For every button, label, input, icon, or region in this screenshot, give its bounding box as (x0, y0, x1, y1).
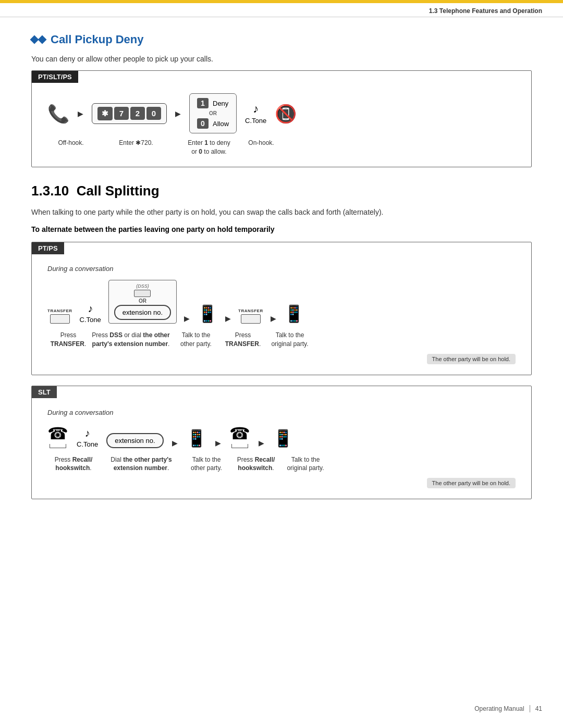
section-1310-desc: When talking to one party while the othe… (31, 206, 532, 218)
slt-ctone-group: ♪ C.Tone (77, 427, 98, 448)
transfer-rect-2 (241, 314, 261, 324)
ctone-music-icon: ♪ (253, 102, 259, 116)
ptps-label-talk-other: Talk to theother party. (173, 331, 219, 349)
diamond-icons (31, 36, 45, 43)
deny-allow-box: 1 Deny OR 0 Allow (189, 93, 237, 133)
footer-page: 41 (535, 705, 542, 712)
slt-label-talk-other: Talk to theother party. (183, 455, 230, 473)
flow-arrow-slt-3 (259, 437, 264, 448)
pickup-flow-row: 📞 ✱ 7 2 0 1 D (47, 93, 516, 133)
page-content: Call Pickup Deny You can deny or allow o… (0, 17, 563, 546)
ptslps-box-header: PT/SLT/PS (32, 71, 78, 83)
flow-arrow-ptps-1 (184, 313, 190, 324)
label-enter: Enter ✱720. (105, 139, 167, 147)
or-label: OR (197, 110, 229, 116)
pickup-deny-title: Call Pickup Deny (51, 33, 144, 46)
dss-or-label: OR (139, 298, 146, 304)
key-star: ✱ (97, 107, 113, 120)
header-title: 1.3 Telephone Features and Operation (429, 7, 542, 15)
slt-box-header: SLT (32, 386, 57, 398)
offhook-phone-group: 📞 (47, 103, 69, 124)
deny-row: 1 Deny (197, 98, 229, 108)
slt-label-press-recall2: Press Recall/hookswitch. (230, 455, 282, 473)
slt-note-box: The other party will be on hold. (427, 478, 516, 488)
ptps-diagram-box: PT/PS During a conversation TRANSFER ♪ C… (31, 242, 532, 375)
subsection-heading: To alternate between the parties leaving… (31, 225, 532, 233)
deny-num: 1 (197, 98, 209, 108)
slt-ctone-label: C.Tone (77, 440, 98, 448)
transfer-label-1: TRANSFER (47, 309, 72, 313)
slt-base-1 (50, 444, 66, 448)
dss-label: (DSS) (136, 283, 149, 289)
flow-arrow-slt-1 (172, 437, 178, 448)
slt-recall-phone-2: ☎ (229, 424, 250, 448)
ctone-label: C.Tone (245, 117, 266, 125)
diamond-icon-2 (38, 35, 47, 44)
deny-label: Deny (213, 100, 228, 107)
label-onhook: On-hook. (240, 139, 282, 147)
transfer-label-2: TRANSFER (238, 309, 263, 313)
section-1310: 1.3.10 Call Splitting When talking to on… (31, 183, 532, 500)
slt-diagram-box: SLT During a conversation ☎ ♪ C.Tone (31, 386, 532, 500)
ext-no-box-ptps: extension no. (114, 305, 171, 320)
page-footer: Operating Manual 41 (474, 705, 542, 712)
offhook-phone-icon: 📞 (47, 103, 69, 124)
slt-diagram-body: During a conversation ☎ ♪ C.Tone extensi… (32, 398, 531, 499)
slt-ctone-icon: ♪ (85, 427, 90, 439)
deny-allow-group: 1 Deny OR 0 Allow (189, 93, 237, 133)
slt-talk-original-icon: 📱 (273, 428, 293, 448)
key-0: 0 (146, 107, 161, 120)
slt-label-talk-original: Talk to theoriginal party. (282, 455, 329, 473)
ptps-note-row: The other party will be on hold. (47, 352, 516, 364)
section-1310-title: 1.3.10 Call Splitting (31, 183, 532, 199)
ptps-during-conv: During a conversation (47, 265, 516, 273)
onhook-phone-group: 📵 (275, 103, 297, 124)
ptps-label-press-dss: Press DSS or dial the otherparty's exten… (89, 331, 173, 349)
section-pickup-deny-header: Call Pickup Deny (31, 33, 532, 46)
ptps-ctone-group: ♪ C.Tone (80, 303, 101, 324)
slt-label-press-recall: Press Recall/hookswitch. (47, 455, 100, 473)
page-header: 1.3 Telephone Features and Operation (0, 3, 563, 17)
ptps-diagram-body: During a conversation TRANSFER ♪ C.Tone (32, 254, 531, 375)
slt-label-dial-other: Dial the other party'sextension number. (100, 455, 183, 473)
allow-num: 0 (197, 118, 209, 129)
slt-note-row: The other party will be on hold. (47, 476, 516, 488)
flow-arrow-ptps-3 (271, 313, 276, 324)
slt-recall-phone-1: ☎ (47, 424, 68, 448)
key-7: 7 (114, 107, 129, 120)
flow-arrow-1 (78, 108, 83, 119)
allow-row: 0 Allow (197, 118, 229, 129)
footer-divider (530, 705, 530, 712)
ptps-ctone-label: C.Tone (80, 316, 101, 324)
slt-phone-icon-1: ☎ (47, 424, 68, 443)
talk-phone-icon-1: 📱 (197, 304, 218, 324)
slt-labels-row: Press Recall/hookswitch. Dial the other … (47, 455, 516, 473)
dss-rect (134, 290, 151, 297)
flow-arrow-2 (175, 108, 181, 119)
label-offhook: Off-hook. (47, 139, 94, 147)
transfer-btn-1: TRANSFER (47, 309, 72, 324)
flow-arrow-slt-2 (215, 437, 221, 448)
talk-original-phone: 📱 (284, 304, 304, 324)
slt-during-conv: During a conversation (47, 409, 516, 416)
ptps-label-press-transfer: PressTRANSFER. (47, 331, 89, 349)
talk-other-phone-1: 📱 (197, 304, 218, 324)
ext-no-box-slt: extension no. (106, 433, 163, 448)
slt-phone-icon-2: ☎ (229, 424, 250, 443)
slt-base-2 (231, 444, 248, 448)
ptps-flow-row: TRANSFER ♪ C.Tone (DSS) OR extension no. (47, 280, 516, 324)
ptps-note-box: The other party will be on hold. (427, 354, 516, 364)
ptps-box-header: PT/PS (32, 242, 64, 254)
ptps-label-talk-original: Talk to theoriginal party. (266, 331, 313, 349)
talk-original-phone-icon: 📱 (284, 304, 304, 324)
flow-arrow-ptps-2 (225, 313, 231, 324)
dss-ext-group: (DSS) OR extension no. (108, 280, 177, 324)
ptps-label-press-transfer2: PressTRANSFER. (219, 331, 266, 349)
key-sequence-box: ✱ 7 2 0 (92, 103, 167, 124)
ptps-labels-row: PressTRANSFER. Press DSS or dial the oth… (47, 331, 516, 349)
slt-talk-other-phone: 📱 (186, 428, 207, 448)
key-2: 2 (130, 107, 145, 120)
pickup-deny-description: You can deny or allow other people to pi… (31, 55, 532, 63)
allow-label: Allow (213, 120, 229, 128)
onhook-phone-icon: 📵 (275, 103, 297, 124)
